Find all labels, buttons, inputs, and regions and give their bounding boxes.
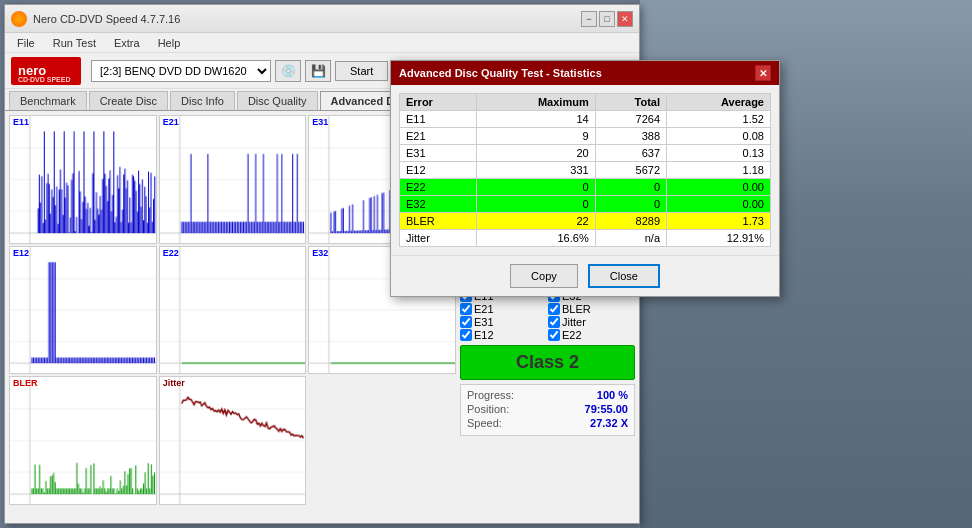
- save-icon-btn[interactable]: 💾: [305, 60, 331, 82]
- chart-e11-label: E11: [13, 117, 29, 127]
- chart-e12-label: E12: [13, 248, 29, 258]
- stats-row: E32 0 0 0.00: [400, 196, 771, 213]
- menu-help[interactable]: Help: [150, 35, 189, 51]
- stats-row: E22 0 0 0.00: [400, 179, 771, 196]
- chart-jitter: Jitter: [159, 376, 307, 505]
- stat-maximum: 331: [477, 162, 595, 179]
- class-badge: Class 2: [460, 345, 635, 380]
- menu-run-test[interactable]: Run Test: [45, 35, 104, 51]
- maximize-button[interactable]: □: [599, 11, 615, 27]
- stat-total: 0: [595, 179, 666, 196]
- chart-e12-canvas: [10, 247, 156, 374]
- menu-extra[interactable]: Extra: [106, 35, 148, 51]
- title-bar: Nero CD-DVD Speed 4.7.7.16 − □ ✕: [5, 5, 639, 33]
- stat-total: 5672: [595, 162, 666, 179]
- stat-total: n/a: [595, 230, 666, 247]
- cb-e31[interactable]: [460, 316, 472, 328]
- dialog-close-btn[interactable]: ✕: [755, 65, 771, 81]
- col-error: Error: [400, 94, 477, 111]
- svg-text:CD·DVD SPEED: CD·DVD SPEED: [18, 76, 71, 83]
- stat-maximum: 22: [477, 213, 595, 230]
- dialog-content: Error Maximum Total Average E11 14 7264 …: [391, 85, 779, 255]
- stat-maximum: 16.6%: [477, 230, 595, 247]
- chart-e11-canvas: [10, 116, 156, 243]
- tab-disc-quality[interactable]: Disc Quality: [237, 91, 318, 110]
- stat-label: E21: [400, 128, 477, 145]
- position-key: Position:: [467, 403, 509, 415]
- stats-row: E21 9 388 0.08: [400, 128, 771, 145]
- stats-row: BLER 22 8289 1.73: [400, 213, 771, 230]
- menu-file[interactable]: File: [9, 35, 43, 51]
- cb-e21-label: E21: [474, 303, 494, 315]
- chart-bler-label: BLER: [13, 378, 38, 388]
- close-button[interactable]: ✕: [617, 11, 633, 27]
- cb-e22-row: E22: [548, 329, 635, 341]
- chart-e31-label: E31: [312, 117, 328, 127]
- cb-e31-label: E31: [474, 316, 494, 328]
- cb-jitter-label: Jitter: [562, 316, 586, 328]
- tab-disc-info[interactable]: Disc Info: [170, 91, 235, 110]
- chart-e22-label: E22: [163, 248, 179, 258]
- nero-logo: nero CD·DVD SPEED: [11, 57, 81, 85]
- tab-create-disc[interactable]: Create Disc: [89, 91, 168, 110]
- stats-tbody: E11 14 7264 1.52 E21 9 388 0.08 E31 20 6…: [400, 111, 771, 247]
- stat-average: 0.00: [667, 196, 771, 213]
- chart-e21: E21: [159, 115, 307, 244]
- start-button[interactable]: Start: [335, 61, 388, 81]
- chart-jitter-label: Jitter: [163, 378, 185, 388]
- cb-e22[interactable]: [548, 329, 560, 341]
- stat-maximum: 0: [477, 179, 595, 196]
- speed-row-progress: Speed: 27.32 X: [467, 417, 628, 429]
- window-controls: − □ ✕: [581, 11, 633, 27]
- cb-e12-row: E12: [460, 329, 547, 341]
- progress-val: 100 %: [597, 389, 628, 401]
- stat-label: E22: [400, 179, 477, 196]
- chart-e22: E22: [159, 246, 307, 375]
- cb-e31-row: E31: [460, 316, 547, 328]
- cb-e12[interactable]: [460, 329, 472, 341]
- eject-icon-btn[interactable]: 💿: [275, 60, 301, 82]
- copy-button[interactable]: Copy: [510, 264, 578, 288]
- dialog-title-bar: Advanced Disc Quality Test - Statistics …: [391, 61, 779, 85]
- stat-total: 637: [595, 145, 666, 162]
- stats-dialog: Advanced Disc Quality Test - Statistics …: [390, 60, 780, 297]
- stat-average: 1.52: [667, 111, 771, 128]
- minimize-button[interactable]: −: [581, 11, 597, 27]
- cb-e21[interactable]: [460, 303, 472, 315]
- col-maximum: Maximum: [477, 94, 595, 111]
- chart-e11: E11: [9, 115, 157, 244]
- tab-benchmark[interactable]: Benchmark: [9, 91, 87, 110]
- chart-e32-label: E32: [312, 248, 328, 258]
- stats-row: E12 331 5672 1.18: [400, 162, 771, 179]
- dialog-buttons: Copy Close: [391, 255, 779, 296]
- progress-section: Progress: 100 % Position: 79:55.00 Speed…: [460, 384, 635, 436]
- title-bar-left: Nero CD-DVD Speed 4.7.7.16: [11, 11, 180, 27]
- chart-jitter-canvas: [160, 377, 306, 504]
- cb-e21-row: E21: [460, 303, 547, 315]
- stat-total: 0: [595, 196, 666, 213]
- position-row: Position: 79:55.00: [467, 403, 628, 415]
- stats-row: E11 14 7264 1.52: [400, 111, 771, 128]
- stat-average: 0.08: [667, 128, 771, 145]
- close-dialog-button[interactable]: Close: [588, 264, 660, 288]
- chart-bler: BLER: [9, 376, 157, 505]
- cb-jitter[interactable]: [548, 316, 560, 328]
- cb-bler[interactable]: [548, 303, 560, 315]
- cb-bler-row: BLER: [548, 303, 635, 315]
- speed-key: Speed:: [467, 417, 502, 429]
- checkbox-area: E11 E32 E21 BLER E31 Jitter E12: [460, 290, 635, 341]
- stat-maximum: 9: [477, 128, 595, 145]
- stat-total: 7264: [595, 111, 666, 128]
- stat-total: 8289: [595, 213, 666, 230]
- drive-selector[interactable]: [2:3] BENQ DVD DD DW1620 B7W9: [91, 60, 271, 82]
- charts-area: E11 E21 E31 E12 E22: [9, 115, 456, 505]
- stat-average: 0.00: [667, 179, 771, 196]
- speed-val: 27.32 X: [590, 417, 628, 429]
- stat-average: 1.73: [667, 213, 771, 230]
- stat-label: BLER: [400, 213, 477, 230]
- stat-label: E31: [400, 145, 477, 162]
- progress-row: Progress: 100 %: [467, 389, 628, 401]
- stat-average: 0.13: [667, 145, 771, 162]
- stats-row: Jitter 16.6% n/a 12.91%: [400, 230, 771, 247]
- stat-label: E12: [400, 162, 477, 179]
